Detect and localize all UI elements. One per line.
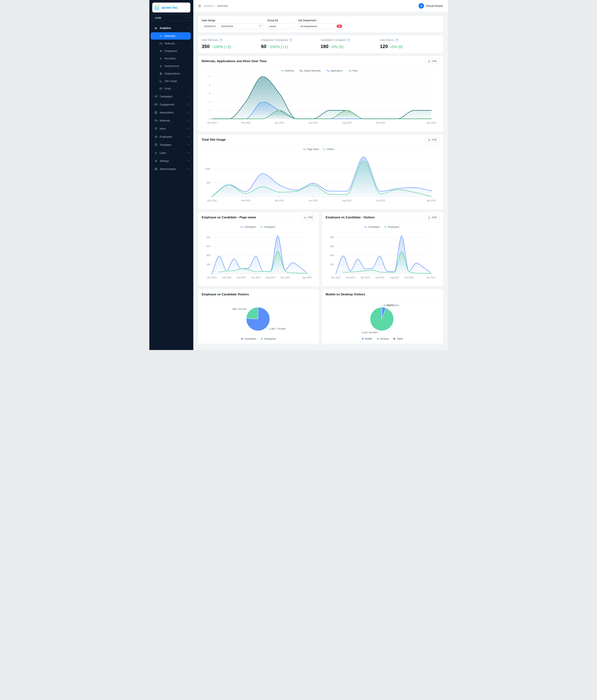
menu-fold-icon[interactable] <box>198 4 201 7</box>
svg-text:400: 400 <box>330 254 334 257</box>
chart-title: Mobile vs Desktop Visitors <box>326 293 365 296</box>
legend-item-candidates[interactable]: Candidates <box>364 226 380 228</box>
svg-text:Jun 2023: Jun 2023 <box>251 276 260 279</box>
help-icon[interactable]: ? <box>289 39 292 42</box>
sidebar-group-settings[interactable]: Settings <box>149 157 193 165</box>
sidebar-item-email[interactable]: Email <box>151 85 191 92</box>
legend-item-employees[interactable]: Employees <box>260 226 276 228</box>
csv-button[interactable]: CSV <box>425 215 439 220</box>
svg-text:2: 2 <box>209 101 210 103</box>
arrow-down-icon: ↓ <box>330 45 332 49</box>
kpi-label: Candidates Contacted <box>320 39 346 42</box>
sidebar-item-site-usage[interactable]: Site Usage <box>151 77 191 85</box>
trophy-icon <box>154 127 157 130</box>
arrow-up-icon: ↑ <box>211 45 213 49</box>
chevron-down-icon <box>187 151 190 154</box>
dashboard-icon <box>159 35 162 38</box>
date-end-value: 2024/01/04 <box>221 25 233 28</box>
help-icon[interactable]: ? <box>219 39 222 42</box>
legend-item-page-views[interactable]: Page Views <box>303 148 319 151</box>
breadcrumb-analytics[interactable]: Analytics <box>204 4 214 7</box>
download-icon <box>428 139 431 141</box>
kpi-candidates-contacted: Candidates Contacted?180↓0% (0) <box>320 39 380 49</box>
job-department-filter: Job Department All Departments 58 <box>298 19 348 29</box>
legend-item-visitors[interactable]: Visitors <box>323 148 334 151</box>
legend-dot <box>241 338 243 340</box>
legend-item-referrals[interactable]: Referrals <box>281 70 294 72</box>
help-icon[interactable]: ? <box>347 39 350 42</box>
analytics-subitems: OverviewReferralsEmployeesRecruitersDepa… <box>149 32 193 92</box>
kpi-auto-shares: Auto-Shares?120↓0% (0) <box>380 39 439 49</box>
svg-text:3: 3 <box>209 92 210 95</box>
group-by-select[interactable]: month <box>267 23 295 29</box>
sidebar: acme inc. ACME Analytics OverviewReferra… <box>149 0 193 350</box>
sidebar-groups: CampaignsEngagementRequisitionsReferrals… <box>149 93 193 173</box>
legend-item-tablet[interactable]: Tablet <box>393 338 403 340</box>
legend-item-employees[interactable]: Employees <box>261 338 276 340</box>
chevron-down-icon <box>187 111 190 114</box>
legend-item-desktop[interactable]: Desktop <box>377 338 389 340</box>
legend-dot <box>261 338 263 340</box>
company-select[interactable]: ACME <box>152 15 190 21</box>
sidebar-group-employees[interactable]: Employees <box>149 133 193 141</box>
top-bar: Analytics/Overview Dhaval Ninawe <box>193 0 448 12</box>
user-menu[interactable]: Dhaval Ninawe <box>418 3 443 9</box>
legend-item-employees[interactable]: Employees <box>384 226 399 228</box>
svg-text:Jun 2023: Jun 2023 <box>375 276 384 279</box>
sidebar-item-label: Organizations <box>164 72 180 75</box>
chevron-up-icon-slot <box>187 27 190 30</box>
sidebar-item-overview[interactable]: Overview <box>151 32 191 40</box>
sidebar-group-referrals[interactable]: Referrals <box>149 117 193 125</box>
sidebar-group-learn[interactable]: Learn <box>149 149 193 157</box>
job-department-select[interactable]: All Departments 58 <box>298 23 348 29</box>
chevron-down-icon <box>187 159 190 162</box>
people-icon <box>159 50 162 52</box>
sidebar-item-departments[interactable]: Departments <box>151 62 191 70</box>
chevron-down-icon <box>187 103 190 106</box>
legend-dot <box>393 338 395 340</box>
sidebar-group-label: Engagement <box>160 103 174 106</box>
date-range-input[interactable]: 2023/01/01 → 2024/01/04 <box>202 23 264 29</box>
sidebar-group-engagement[interactable]: Engagement <box>149 100 193 108</box>
chart-body: 194 / 5.51%3,323 / 94.43%2 / 0.06%Mobile… <box>322 300 443 344</box>
kpi-value: 350 <box>202 44 210 49</box>
sidebar-item-recruiters[interactable]: Recruiters <box>151 55 191 62</box>
kpi-label: Employees Participated <box>261 39 288 42</box>
sidebar-group-campaigns[interactable]: Campaigns <box>149 93 193 100</box>
help-icon[interactable]: ? <box>395 39 398 42</box>
pie-label-desktop: 3,323 / 94.43% <box>362 331 378 334</box>
legend-item-hires[interactable]: Hires <box>348 70 358 72</box>
sidebar-item-employees[interactable]: Employees <box>151 47 191 55</box>
svg-text:Employees: Employees <box>388 226 399 228</box>
sidebar-section-analytics[interactable]: Analytics <box>149 24 193 32</box>
legend-item-unique-referrals[interactable]: Unique Referrals <box>300 70 320 72</box>
sidebar-nav: Analytics OverviewReferralsEmployeesRecr… <box>149 24 193 173</box>
sidebar-group-requisitions[interactable]: Requisitions <box>149 108 193 117</box>
group-by-value: month <box>269 25 276 28</box>
legend-item-mobile[interactable]: Mobile <box>362 338 372 340</box>
legend-item-candidates[interactable]: Candidates <box>241 226 256 228</box>
chart-header: Mobile vs Desktop Visitors <box>322 289 443 300</box>
sidebar-item-organizations[interactable]: Organizations <box>151 70 191 77</box>
sidebar-group-administration[interactable]: Administration <box>149 165 193 173</box>
chart-header: Employee vs Candidate - VisitorsCSV <box>322 212 443 223</box>
legend-item-applications[interactable]: Applications <box>327 70 342 72</box>
chart-canvas-employee-vs-candidate-visitors-pie: 2,667 / 75.85%849 / 24.15% <box>201 300 315 336</box>
pie-label-candidates: 2,667 / 75.85% <box>269 327 285 330</box>
svg-text:Apr 2023: Apr 2023 <box>275 122 284 124</box>
svg-text:Page Views: Page Views <box>307 148 319 151</box>
svg-text:0: 0 <box>209 118 210 120</box>
breadcrumb-overview: Overview <box>217 4 228 7</box>
sidebar-group-templates[interactable]: Templates <box>149 141 193 149</box>
svg-text:Candidates: Candidates <box>244 226 256 228</box>
sidebar-group-label: Campaigns <box>160 95 173 98</box>
breadcrumb: Analytics/Overview <box>198 4 228 7</box>
chevron-down-icon <box>290 25 293 27</box>
csv-button[interactable]: CSV <box>425 59 439 64</box>
svg-text:Feb 2023: Feb 2023 <box>241 199 250 202</box>
csv-button[interactable]: CSV <box>301 215 315 220</box>
sidebar-item-referrals[interactable]: Referrals <box>151 40 191 47</box>
csv-button[interactable]: CSV <box>425 137 439 142</box>
sidebar-group-hires[interactable]: Hires <box>149 125 193 133</box>
legend-item-candidates[interactable]: Candidates <box>241 338 256 340</box>
